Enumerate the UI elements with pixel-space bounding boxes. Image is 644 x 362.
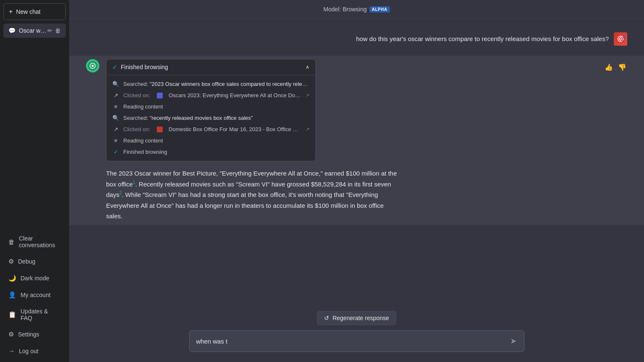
trash-icon: 🗑 [8, 238, 15, 246]
reading-label-2: Reading content [123, 137, 309, 144]
send-icon: ➤ [510, 337, 517, 345]
browsing-header-left: ✓ Finished browsing [112, 64, 168, 70]
chat-area[interactable]: how do this year's oscar winners compare… [69, 19, 644, 304]
browsing-items-list: 🔍 Searched: "2023 Oscar winners box offi… [106, 75, 315, 161]
lines-icon-1: ≡ [112, 103, 119, 110]
thumbs-down-button[interactable]: 👎 [617, 62, 627, 72]
edit-icon[interactable]: ✏ [47, 27, 52, 34]
check-circle-icon: ✓ [112, 149, 119, 155]
browsing-check-icon: ✓ [112, 64, 117, 70]
finished-browsing-label: Finished browsing [123, 149, 309, 155]
browsing-item-search-1: 🔍 Searched: "2023 Oscar winners box offi… [106, 78, 315, 90]
moon-icon: 🌙 [8, 274, 16, 282]
external-link-icon-1[interactable]: ↗ [306, 93, 309, 98]
main-content: Model: Browsing ALPHA how do this year's… [69, 0, 644, 362]
chat-input[interactable] [196, 338, 506, 345]
chat-history-item[interactable]: 💬 Oscar winners ✏ 🗑 [3, 23, 66, 38]
ai-message-actions: 👍 👎 [604, 62, 627, 72]
new-chat-button[interactable]: + New chat [3, 3, 66, 20]
clicked-on-label-2: Clicked on: [123, 126, 150, 132]
sidebar-item-label: Updates & FAQ [21, 308, 61, 321]
browsing-item-reading-1: ≡ Reading content [106, 101, 315, 112]
chat-item-label: Oscar winners [19, 27, 47, 34]
send-button[interactable]: ➤ [509, 336, 517, 346]
reading-label-1: Reading content [123, 103, 309, 110]
clicked-on-label-1: Clicked on: [123, 92, 150, 98]
chat-item-actions: ✏ 🗑 [47, 27, 61, 34]
ai-response-text: The 2023 Oscar winner for Best Picture, … [106, 168, 400, 222]
sidebar-item-label: My account [21, 292, 51, 298]
user-message-text: how do this year's oscar winners compare… [356, 32, 609, 46]
ai-avatar [86, 59, 99, 72]
sidebar-item-clear-conversations[interactable]: 🗑 Clear conversations [3, 231, 66, 253]
sidebar-item-updates-faq[interactable]: 📋 Updates & FAQ [3, 304, 66, 326]
click-site-name-2: Domestic Box Office For Mar 16, 2023 - B… [169, 126, 301, 132]
user-message-row: how do this year's oscar winners compare… [69, 29, 644, 49]
footnote-2[interactable]: 2 [119, 191, 122, 195]
delete-icon[interactable]: 🗑 [55, 27, 61, 34]
top-bar: Model: Browsing ALPHA [69, 0, 644, 19]
sidebar-item-label: Dark mode [21, 275, 49, 282]
browsing-search-2-text: Searched: "recently released movies box … [123, 115, 309, 121]
browsing-dropdown[interactable]: ✓ Finished browsing ∧ 🔍 Searched: "2023 … [106, 59, 316, 161]
sidebar-item-dark-mode[interactable]: 🌙 Dark mode [3, 270, 66, 286]
search-query-2: "recently released movies box office sal… [150, 115, 253, 121]
logout-icon: → [8, 347, 15, 354]
chat-icon: 💬 [8, 27, 16, 34]
updates-icon: 📋 [8, 311, 16, 318]
settings-icon: ⚙ [8, 331, 14, 338]
search-icon: 🔍 [112, 81, 119, 87]
search-icon-2: 🔍 [112, 115, 119, 121]
debug-icon: ⚙ [8, 258, 14, 265]
regen-label: Regenerate response [332, 315, 389, 321]
sidebar-bottom: 🗑 Clear conversations ⚙ Debug 🌙 Dark mod… [3, 231, 66, 359]
ai-avatar-inner [87, 60, 99, 72]
regenerate-button[interactable]: ↺ Regenerate response [317, 311, 396, 325]
chevron-up-icon: ∧ [306, 64, 309, 70]
plus-icon: + [9, 8, 13, 16]
sidebar-item-label: Log out [19, 348, 39, 354]
browsing-label: Finished browsing [121, 64, 168, 70]
sidebar-item-label: Settings [18, 331, 39, 338]
chat-input-row: ➤ [189, 330, 525, 352]
click-site-name-1: Oscars 2023: Everything Everywhere All a… [169, 92, 301, 98]
browsing-item-click-2: ↗ Clicked on: Domestic Box Office For Ma… [106, 124, 315, 135]
site-favicon-1 [157, 93, 163, 98]
cursor-icon-2: ↗ [112, 126, 119, 132]
sidebar-item-settings[interactable]: ⚙ Settings [3, 326, 66, 342]
sidebar-item-label: Debug [18, 258, 35, 265]
svg-point-0 [92, 65, 94, 67]
account-icon: 👤 [8, 291, 16, 299]
lines-icon-2: ≡ [112, 137, 119, 144]
browsing-search-1-text: Searched: "2023 Oscar winners box office… [123, 81, 309, 87]
alpha-badge: ALPHA [369, 6, 390, 13]
regen-icon: ↺ [324, 315, 329, 321]
ai-message-row: ✓ Finished browsing ∧ 🔍 Searched: "2023 … [69, 56, 644, 225]
model-label: Model: Browsing [323, 6, 367, 13]
browsing-header[interactable]: ✓ Finished browsing ∧ [106, 59, 315, 75]
site-favicon-2 [157, 127, 163, 132]
browsing-item-click-1: ↗ Clicked on: Oscars 2023: Everything Ev… [106, 90, 315, 101]
footnote-1[interactable]: 1 [133, 180, 135, 185]
search-query-1: "2023 Oscar winners box office sales com… [150, 81, 309, 87]
browsing-item-finished: ✓ Finished browsing [106, 146, 315, 158]
chat-item-left: 💬 Oscar winners [8, 27, 47, 34]
sidebar-item-log-out[interactable]: → Log out [3, 343, 66, 359]
cursor-icon-1: ↗ [112, 92, 119, 98]
ai-content: ✓ Finished browsing ∧ 🔍 Searched: "2023 … [106, 59, 400, 222]
sidebar-item-label: Clear conversations [19, 235, 61, 248]
external-link-icon-2[interactable]: ↗ [306, 127, 309, 132]
sidebar-item-debug[interactable]: ⚙ Debug [3, 253, 66, 269]
thumbs-up-button[interactable]: 👍 [604, 62, 614, 72]
browsing-item-search-2: 🔍 Searched: "recently released movies bo… [106, 112, 315, 124]
user-avatar: 🎯 [614, 32, 627, 46]
sidebar-item-my-account[interactable]: 👤 My account [3, 287, 66, 303]
sidebar: + New chat 💬 Oscar winners ✏ 🗑 🗑 Clear c… [0, 0, 69, 362]
browsing-item-reading-2: ≡ Reading content [106, 135, 315, 146]
new-chat-label: New chat [16, 8, 40, 15]
bottom-bar: ↺ Regenerate response ➤ [69, 304, 644, 362]
